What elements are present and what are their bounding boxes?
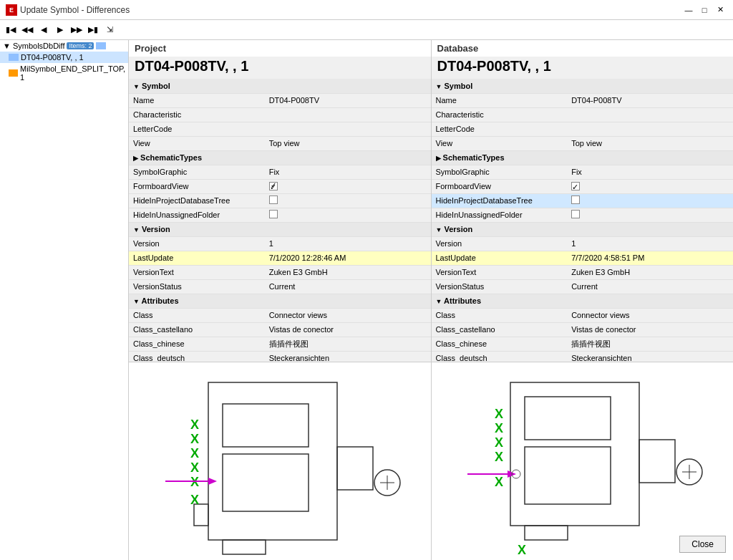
tree-label-dt04: DT04-P008TV, , 1 [21, 53, 84, 62]
table-row: Class_deutsch Steckeransichten [432, 351, 734, 362]
database-table: ▼ Symbol Name DT04-P008TV Characteristic… [432, 79, 734, 362]
tree-item-dt04[interactable]: DT04-P008TV, , 1 [0, 52, 128, 63]
prop-value: 插插件视图 [265, 337, 431, 351]
prev-button[interactable]: ◀ [36, 22, 52, 38]
svg-marker-15 [208, 478, 217, 485]
table-row: FormboardView ✓ [129, 179, 431, 193]
prop-value: Vistas de conector [265, 322, 431, 337]
prop-value: Current [265, 279, 431, 294]
collapse-icon: ▼ [133, 226, 140, 233]
expand-button[interactable]: ⇲ [102, 22, 117, 38]
table-row: Class_deutsch Steckeransichten [129, 351, 431, 362]
section-label: Attributes [444, 296, 481, 305]
section-label: Symbol [444, 82, 472, 90]
table-row: VersionText Zuken E3 GmbH [129, 265, 431, 279]
project-version-section: ▼ Version [129, 222, 431, 236]
expand-icon: ▶ [436, 155, 441, 162]
maximize-button[interactable]: □ [697, 4, 712, 16]
tree-item-symbolsdbdiff[interactable]: ▼ SymbolsDbDiff Items: 2 [0, 40, 128, 52]
prop-value [265, 208, 431, 222]
prop-value: Current [567, 279, 733, 294]
svg-rect-2 [223, 454, 309, 511]
prop-value [567, 193, 733, 208]
section-label: Attributes [142, 296, 179, 305]
svg-text:X: X [495, 450, 503, 464]
table-row: Class_chinese 插插件视图 [432, 337, 734, 351]
svg-rect-18 [525, 397, 611, 440]
prop-value [567, 208, 733, 222]
tree-item-milsymbol[interactable]: MilSymbol_END_SPLIT_TOP, 1 [0, 63, 128, 83]
toolbar: ▮◀ ◀◀ ◀ ▶ ▶▶ ▶▮ ⇲ [0, 20, 733, 40]
svg-text:X: X [495, 475, 503, 489]
prop-name: LastUpdate [129, 251, 265, 265]
table-row: Class_chinese 插插件视图 [129, 337, 431, 351]
close-button[interactable]: Close [679, 536, 726, 553]
table-row: SymbolGraphic Fix [432, 165, 734, 179]
table-row: View Top view [129, 136, 431, 150]
prop-value: Top view [265, 136, 431, 150]
table-row: Name DT04-P008TV [129, 93, 431, 107]
prop-name: VersionText [432, 265, 568, 279]
table-row: HideInUnassignedFolder [432, 208, 734, 222]
table-row-lastupdate-db: LastUpdate 7/7/2020 4:58:51 PM [432, 251, 734, 265]
prop-value: 7/7/2020 4:58:51 PM [567, 251, 733, 265]
prop-name: VersionStatus [129, 279, 265, 294]
prop-value: DT04-P008TV [567, 93, 733, 107]
expand-icon: ▶ [133, 155, 138, 162]
prop-name: Class_castellano [129, 322, 265, 337]
last-button[interactable]: ▶▮ [85, 22, 101, 38]
prop-value: Zuken E3 GmbH [265, 265, 431, 279]
prop-value [265, 193, 431, 208]
prop-name: FormboardView [432, 179, 568, 193]
prop-name: Class [129, 308, 265, 322]
table-row: SymbolGraphic Fix [129, 165, 431, 179]
item-color-dt04 [9, 54, 19, 61]
bottom-section: X X X X X X [129, 362, 733, 560]
prop-value: Fix [567, 165, 733, 179]
section-label: Version [444, 225, 472, 233]
table-row: LetterCode [432, 122, 734, 136]
database-header: Database [432, 40, 734, 57]
table-row: Characteristic [432, 107, 734, 122]
content-area: Project DT04-P008TV, , 1 ▼ Symbol Name D… [129, 40, 733, 560]
prop-name: SymbolGraphic [432, 165, 568, 179]
database-title: DT04-P008TV, , 1 [432, 57, 734, 79]
minimize-button[interactable]: ― [681, 4, 696, 16]
prop-name: Class_chinese [129, 337, 265, 351]
left-panel: ▼ SymbolsDbDiff Items: 2 DT04-P008TV, , … [0, 40, 129, 560]
table-row: Name DT04-P008TV [432, 93, 734, 107]
prop-name: VersionStatus [432, 279, 568, 294]
table-row: View Top view [432, 136, 734, 150]
prop-name: View [432, 136, 568, 150]
svg-text:X: X [495, 421, 503, 435]
db-symbol-section: ▼ Symbol [432, 79, 734, 93]
top-section: Project DT04-P008TV, , 1 ▼ Symbol Name D… [129, 40, 733, 362]
prop-value: Fix [265, 165, 431, 179]
title-controls: ― □ ✕ [681, 4, 727, 16]
prop-name: LetterCode [432, 122, 568, 136]
svg-text:X: X [190, 417, 199, 432]
collapse-icon: ▼ [436, 226, 442, 233]
first-button[interactable]: ▮◀ [3, 22, 19, 38]
table-row: Class_castellano Vistas de conector [432, 322, 734, 337]
project-symbol-section: ▼ Symbol [129, 79, 431, 93]
tree-label: SymbolsDbDiff [13, 42, 65, 50]
prop-name: HideInUnassignedFolder [129, 208, 265, 222]
next-button[interactable]: ▶ [52, 22, 68, 38]
prop-name: Version [129, 236, 265, 251]
prop-value [567, 122, 733, 136]
window-close-button[interactable]: ✕ [713, 4, 727, 16]
prop-value: ✓ [265, 179, 431, 193]
prop-name: Name [432, 93, 568, 107]
prev-diff-button[interactable]: ◀◀ [19, 22, 35, 38]
table-row: Version 1 [129, 236, 431, 251]
section-label: SchematicTypes [140, 153, 202, 162]
table-row-lastupdate: LastUpdate 7/1/2020 12:28:46 AM [129, 251, 431, 265]
svg-text:X: X [190, 432, 199, 446]
svg-rect-0 [208, 382, 337, 540]
title-bar-left: E Update Symbol - Differences [6, 4, 130, 16]
prop-name: HideInUnassignedFolder [432, 208, 568, 222]
next-diff-button[interactable]: ▶▶ [69, 22, 84, 38]
project-table: ▼ Symbol Name DT04-P008TV Characteristic… [129, 79, 431, 362]
table-row: VersionText Zuken E3 GmbH [432, 265, 734, 279]
